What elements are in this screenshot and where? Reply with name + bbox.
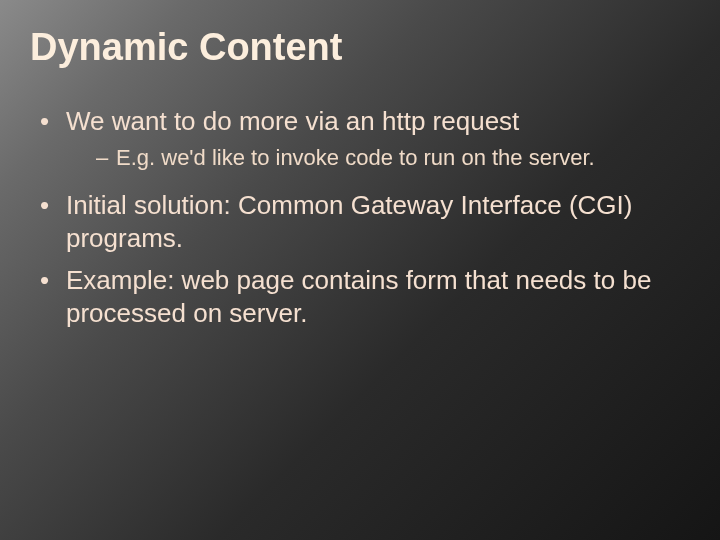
bullet-list: We want to do more via an http request E…: [30, 105, 690, 329]
sub-bullet-list: E.g. we'd like to invoke code to run on …: [66, 138, 690, 180]
bullet-item: Initial solution: Common Gateway Interfa…: [40, 189, 690, 254]
sub-bullet-item: E.g. we'd like to invoke code to run on …: [96, 144, 690, 172]
slide: Dynamic Content We want to do more via a…: [0, 0, 720, 359]
bullet-text: Initial solution: Common Gateway Interfa…: [66, 190, 632, 253]
bullet-item: Example: web page contains form that nee…: [40, 264, 690, 329]
bullet-text: Example: web page contains form that nee…: [66, 265, 651, 328]
bullet-text: We want to do more via an http request: [66, 106, 519, 136]
sub-bullet-text: E.g. we'd like to invoke code to run on …: [116, 145, 595, 170]
slide-title: Dynamic Content: [30, 26, 690, 69]
bullet-item: We want to do more via an http request E…: [40, 105, 690, 179]
